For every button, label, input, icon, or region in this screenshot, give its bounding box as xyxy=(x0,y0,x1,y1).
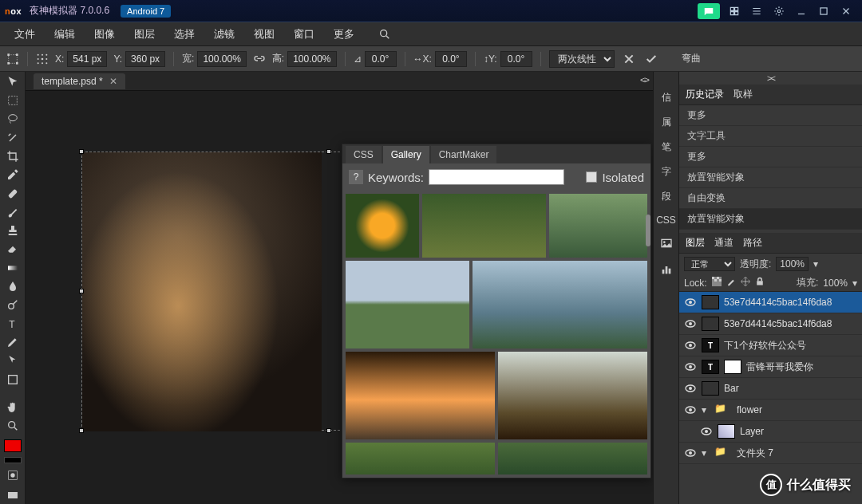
foreground-swatch[interactable] xyxy=(4,439,22,452)
visibility-icon[interactable] xyxy=(684,317,697,330)
skewx-value[interactable]: 0.0° xyxy=(435,51,467,67)
folder-toggle-icon[interactable]: ▾ xyxy=(702,447,710,459)
cancel-transform-button[interactable] xyxy=(621,51,637,67)
gallery-icon[interactable] xyxy=(660,237,673,252)
visibility-icon[interactable] xyxy=(684,404,697,416)
tab-overflow-icon[interactable]: <·> xyxy=(640,75,648,85)
quickmask-toggle[interactable] xyxy=(3,468,22,482)
history-item[interactable]: 更多 xyxy=(679,105,862,126)
visibility-icon[interactable] xyxy=(684,339,697,352)
eraser-tool[interactable] xyxy=(3,242,22,256)
feedback-button[interactable] xyxy=(698,3,720,19)
visibility-icon[interactable] xyxy=(700,425,713,438)
path-select-tool[interactable] xyxy=(3,354,22,368)
folder-toggle-icon[interactable]: ▾ xyxy=(702,404,710,415)
menu-view[interactable]: 视图 xyxy=(246,24,283,45)
transform-bbox-icon[interactable] xyxy=(6,53,19,65)
lock-move-icon[interactable] xyxy=(741,277,750,289)
android-badge[interactable]: Android 7 xyxy=(121,5,171,18)
interpolation-select[interactable]: 两次线性 xyxy=(549,50,615,68)
history-item[interactable]: 更多 xyxy=(679,147,862,167)
gradient-tool[interactable] xyxy=(3,261,22,274)
rtab-info[interactable]: 信 xyxy=(662,91,671,104)
menu-icon[interactable] xyxy=(745,3,768,19)
rtab-para[interactable]: 段 xyxy=(662,190,671,203)
settings-icon[interactable] xyxy=(768,3,790,19)
layer-row[interactable]: Layer xyxy=(679,421,862,443)
layer-row[interactable]: ▾ 📁 文件夹 7 xyxy=(679,443,862,464)
panel-collapse-icon[interactable]: >< xyxy=(679,72,862,85)
history-item[interactable]: 自由变换 xyxy=(679,188,862,209)
rtab-prop[interactable]: 属 xyxy=(662,116,671,129)
warp-button[interactable]: 弯曲 xyxy=(682,52,701,65)
move-tool[interactable] xyxy=(3,75,22,89)
background-swatch[interactable] xyxy=(4,457,22,463)
gallery-tab-gallery[interactable]: Gallery xyxy=(383,146,429,163)
rotate-value[interactable]: 0.0° xyxy=(365,51,397,67)
gallery-thumb[interactable] xyxy=(422,194,546,258)
crop-tool[interactable] xyxy=(3,149,22,163)
lock-all-icon[interactable] xyxy=(755,277,765,289)
channels-tab[interactable]: 通道 xyxy=(714,236,733,250)
rtab-css[interactable]: CSS xyxy=(656,215,676,226)
type-tool[interactable]: T xyxy=(3,317,22,330)
gallery-help-button[interactable]: ? xyxy=(349,170,363,184)
handle-bl[interactable] xyxy=(79,428,84,433)
marquee-tool[interactable] xyxy=(3,93,22,107)
menu-filter[interactable]: 滤镜 xyxy=(206,24,243,45)
h-value[interactable]: 100.00% xyxy=(287,51,336,67)
skewy-value[interactable]: 0.0° xyxy=(500,51,532,67)
history-item[interactable]: 放置智能对象 xyxy=(679,209,862,230)
visibility-icon[interactable] xyxy=(684,360,697,373)
layers-tab[interactable]: 图层 xyxy=(686,236,705,250)
wand-tool[interactable] xyxy=(3,131,22,144)
stamp-tool[interactable] xyxy=(3,224,22,238)
isolated-checkbox[interactable] xyxy=(586,171,597,183)
handle-bm[interactable] xyxy=(326,428,331,433)
blend-mode-select[interactable]: 正常 xyxy=(684,257,735,271)
gallery-thumb[interactable] xyxy=(346,194,419,258)
x-value[interactable]: 541 px xyxy=(67,51,107,67)
search-icon[interactable] xyxy=(370,24,399,44)
screenmode-toggle[interactable] xyxy=(3,486,22,504)
lock-pixels-icon[interactable] xyxy=(712,277,722,289)
menu-more[interactable]: 更多 xyxy=(326,24,362,45)
menu-select[interactable]: 选择 xyxy=(166,24,203,45)
layer-row[interactable]: T 下1个好软件公众号 xyxy=(679,335,862,356)
w-value[interactable]: 100.00% xyxy=(197,51,246,67)
gallery-thumb[interactable] xyxy=(346,261,469,348)
gallery-tab-css[interactable]: CSS xyxy=(346,146,382,163)
opacity-dropdown-icon[interactable]: ▾ xyxy=(813,258,818,270)
layer-row[interactable]: 53e7d4414c5bac14f6da8 xyxy=(679,313,862,335)
anchor-icon[interactable] xyxy=(36,53,49,65)
gallery-thumb[interactable] xyxy=(549,194,647,258)
menu-edit[interactable]: 编辑 xyxy=(46,24,83,45)
commit-transform-button[interactable] xyxy=(643,51,659,67)
opacity-value[interactable]: 100% xyxy=(776,257,809,271)
visibility-icon[interactable] xyxy=(684,382,697,395)
link-wh-icon[interactable] xyxy=(253,53,266,65)
history-tab[interactable]: 历史记录 xyxy=(686,88,724,101)
history-item[interactable]: 文字工具 xyxy=(679,126,862,147)
close-document-icon[interactable]: ✕ xyxy=(109,76,117,87)
gallery-scrollbar[interactable] xyxy=(646,215,650,246)
layer-row[interactable]: T 雷锋哥哥我爱你 xyxy=(679,356,862,378)
sampler-tab[interactable]: 取样 xyxy=(733,88,753,101)
gallery-thumb[interactable] xyxy=(498,352,647,439)
menu-layer[interactable]: 图层 xyxy=(126,24,163,45)
handle-tm[interactable] xyxy=(326,149,331,154)
gallery-tab-chartmaker[interactable]: ChartMaker xyxy=(431,146,497,163)
history-item[interactable]: 放置智能对象 xyxy=(679,167,862,188)
handle-ml[interactable] xyxy=(79,289,84,293)
dodge-tool[interactable] xyxy=(3,298,22,312)
fill-value[interactable]: 100% xyxy=(823,278,848,289)
blur-tool[interactable] xyxy=(3,279,22,293)
rtab-char[interactable]: 字 xyxy=(662,165,671,179)
menu-image[interactable]: 图像 xyxy=(86,24,123,45)
brush-tool[interactable] xyxy=(3,205,22,219)
lasso-tool[interactable] xyxy=(3,112,22,126)
gallery-thumb[interactable] xyxy=(473,261,647,348)
fill-dropdown-icon[interactable]: ▾ xyxy=(852,278,857,289)
heal-tool[interactable] xyxy=(3,187,22,200)
hand-tool[interactable] xyxy=(3,400,22,414)
